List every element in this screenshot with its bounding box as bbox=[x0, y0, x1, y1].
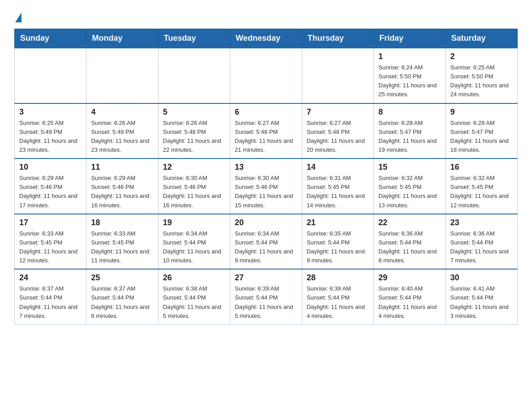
day-info: Sunrise: 6:36 AMSunset: 5:44 PMDaylight:… bbox=[378, 229, 441, 265]
day-info: Sunrise: 6:34 AMSunset: 5:44 PMDaylight:… bbox=[163, 229, 225, 265]
day-number: 11 bbox=[91, 163, 153, 172]
calendar-cell: 12Sunrise: 6:30 AMSunset: 5:46 PMDayligh… bbox=[158, 158, 230, 214]
day-info: Sunrise: 6:24 AMSunset: 5:50 PMDaylight:… bbox=[378, 63, 441, 99]
calendar-table: SundayMondayTuesdayWednesdayThursdayFrid… bbox=[14, 29, 518, 325]
day-number: 10 bbox=[19, 163, 82, 172]
day-info: Sunrise: 6:29 AMSunset: 5:46 PMDaylight:… bbox=[19, 174, 82, 210]
calendar-cell: 28Sunrise: 6:39 AMSunset: 5:44 PMDayligh… bbox=[302, 269, 373, 324]
calendar-cell: 11Sunrise: 6:29 AMSunset: 5:46 PMDayligh… bbox=[86, 158, 158, 214]
calendar-cell: 20Sunrise: 6:34 AMSunset: 5:44 PMDayligh… bbox=[230, 214, 302, 270]
calendar-week-row: 17Sunrise: 6:33 AMSunset: 5:45 PMDayligh… bbox=[15, 214, 518, 270]
day-number: 8 bbox=[378, 107, 441, 117]
day-info: Sunrise: 6:32 AMSunset: 5:45 PMDaylight:… bbox=[378, 174, 441, 210]
calendar-cell bbox=[302, 48, 373, 103]
day-info: Sunrise: 6:32 AMSunset: 5:45 PMDaylight:… bbox=[450, 174, 513, 210]
day-info: Sunrise: 6:27 AMSunset: 5:48 PMDaylight:… bbox=[235, 119, 297, 155]
day-number: 16 bbox=[450, 163, 513, 172]
calendar-cell: 21Sunrise: 6:35 AMSunset: 5:44 PMDayligh… bbox=[302, 214, 373, 270]
calendar-cell: 26Sunrise: 6:38 AMSunset: 5:44 PMDayligh… bbox=[158, 269, 230, 324]
day-number: 9 bbox=[450, 107, 513, 117]
calendar-cell: 10Sunrise: 6:29 AMSunset: 5:46 PMDayligh… bbox=[15, 158, 86, 214]
day-info: Sunrise: 6:30 AMSunset: 5:46 PMDaylight:… bbox=[235, 174, 297, 210]
calendar-cell: 2Sunrise: 6:25 AMSunset: 5:50 PMDaylight… bbox=[446, 48, 517, 103]
day-number: 3 bbox=[19, 107, 82, 117]
calendar-cell: 13Sunrise: 6:30 AMSunset: 5:46 PMDayligh… bbox=[230, 158, 302, 214]
logo-triangle-icon bbox=[15, 13, 21, 22]
day-number: 17 bbox=[19, 218, 82, 227]
weekday-header-tuesday: Tuesday bbox=[158, 29, 230, 48]
day-info: Sunrise: 6:28 AMSunset: 5:47 PMDaylight:… bbox=[378, 119, 441, 155]
day-number: 4 bbox=[91, 107, 153, 117]
day-number: 5 bbox=[163, 107, 225, 117]
calendar-cell: 14Sunrise: 6:31 AMSunset: 5:45 PMDayligh… bbox=[302, 158, 373, 214]
day-info: Sunrise: 6:31 AMSunset: 5:45 PMDaylight:… bbox=[307, 174, 369, 210]
day-number: 20 bbox=[235, 218, 297, 227]
day-info: Sunrise: 6:39 AMSunset: 5:44 PMDaylight:… bbox=[307, 284, 369, 321]
day-number: 25 bbox=[91, 273, 153, 283]
day-number: 28 bbox=[307, 273, 369, 283]
calendar-week-row: 3Sunrise: 6:25 AMSunset: 5:49 PMDaylight… bbox=[15, 103, 518, 159]
logo bbox=[14, 11, 21, 21]
calendar-cell: 16Sunrise: 6:32 AMSunset: 5:45 PMDayligh… bbox=[446, 158, 517, 214]
weekday-header-monday: Monday bbox=[86, 29, 158, 48]
day-info: Sunrise: 6:26 AMSunset: 5:49 PMDaylight:… bbox=[91, 119, 153, 155]
calendar-header-row: SundayMondayTuesdayWednesdayThursdayFrid… bbox=[15, 29, 518, 48]
calendar-cell: 3Sunrise: 6:25 AMSunset: 5:49 PMDaylight… bbox=[15, 103, 86, 159]
day-info: Sunrise: 6:35 AMSunset: 5:44 PMDaylight:… bbox=[307, 229, 369, 265]
calendar-cell: 15Sunrise: 6:32 AMSunset: 5:45 PMDayligh… bbox=[374, 158, 446, 214]
calendar-cell: 4Sunrise: 6:26 AMSunset: 5:49 PMDaylight… bbox=[86, 103, 158, 159]
calendar-cell bbox=[15, 48, 86, 103]
calendar-cell: 30Sunrise: 6:41 AMSunset: 5:44 PMDayligh… bbox=[446, 269, 517, 324]
day-number: 23 bbox=[450, 218, 513, 227]
calendar-cell: 25Sunrise: 6:37 AMSunset: 5:44 PMDayligh… bbox=[86, 269, 158, 324]
day-info: Sunrise: 6:38 AMSunset: 5:44 PMDaylight:… bbox=[163, 284, 225, 321]
day-info: Sunrise: 6:25 AMSunset: 5:49 PMDaylight:… bbox=[19, 119, 82, 155]
calendar-cell: 24Sunrise: 6:37 AMSunset: 5:44 PMDayligh… bbox=[15, 269, 86, 324]
weekday-header-thursday: Thursday bbox=[302, 29, 373, 48]
day-number: 24 bbox=[19, 273, 82, 283]
day-info: Sunrise: 6:25 AMSunset: 5:50 PMDaylight:… bbox=[450, 63, 513, 99]
day-info: Sunrise: 6:37 AMSunset: 5:44 PMDaylight:… bbox=[19, 284, 82, 321]
weekday-header-friday: Friday bbox=[374, 29, 446, 48]
calendar-cell: 1Sunrise: 6:24 AMSunset: 5:50 PMDaylight… bbox=[374, 48, 446, 103]
day-number: 7 bbox=[307, 107, 369, 117]
day-number: 14 bbox=[307, 163, 369, 172]
day-info: Sunrise: 6:27 AMSunset: 5:48 PMDaylight:… bbox=[307, 119, 369, 155]
calendar-week-row: 24Sunrise: 6:37 AMSunset: 5:44 PMDayligh… bbox=[15, 269, 518, 324]
calendar-cell: 9Sunrise: 6:28 AMSunset: 5:47 PMDaylight… bbox=[446, 103, 517, 159]
day-info: Sunrise: 6:30 AMSunset: 5:46 PMDaylight:… bbox=[163, 174, 225, 210]
calendar-cell: 7Sunrise: 6:27 AMSunset: 5:48 PMDaylight… bbox=[302, 103, 373, 159]
day-info: Sunrise: 6:37 AMSunset: 5:44 PMDaylight:… bbox=[91, 284, 153, 321]
day-number: 15 bbox=[378, 163, 441, 172]
day-number: 2 bbox=[450, 52, 513, 61]
calendar-week-row: 1Sunrise: 6:24 AMSunset: 5:50 PMDaylight… bbox=[15, 48, 518, 103]
calendar-cell bbox=[158, 48, 230, 103]
calendar-cell: 19Sunrise: 6:34 AMSunset: 5:44 PMDayligh… bbox=[158, 214, 230, 270]
page-header bbox=[14, 11, 518, 21]
day-info: Sunrise: 6:41 AMSunset: 5:44 PMDaylight:… bbox=[450, 284, 513, 321]
calendar-cell bbox=[86, 48, 158, 103]
calendar-cell: 22Sunrise: 6:36 AMSunset: 5:44 PMDayligh… bbox=[374, 214, 446, 270]
calendar-cell: 8Sunrise: 6:28 AMSunset: 5:47 PMDaylight… bbox=[374, 103, 446, 159]
day-info: Sunrise: 6:26 AMSunset: 5:48 PMDaylight:… bbox=[163, 119, 225, 155]
day-number: 18 bbox=[91, 218, 153, 227]
calendar-cell: 5Sunrise: 6:26 AMSunset: 5:48 PMDaylight… bbox=[158, 103, 230, 159]
calendar-cell: 17Sunrise: 6:33 AMSunset: 5:45 PMDayligh… bbox=[15, 214, 86, 270]
calendar-cell: 29Sunrise: 6:40 AMSunset: 5:44 PMDayligh… bbox=[374, 269, 446, 324]
calendar-cell bbox=[230, 48, 302, 103]
weekday-header-sunday: Sunday bbox=[15, 29, 86, 48]
day-number: 19 bbox=[163, 218, 225, 227]
day-info: Sunrise: 6:34 AMSunset: 5:44 PMDaylight:… bbox=[235, 229, 297, 265]
day-number: 12 bbox=[163, 163, 225, 172]
day-number: 22 bbox=[378, 218, 441, 227]
calendar-cell: 6Sunrise: 6:27 AMSunset: 5:48 PMDaylight… bbox=[230, 103, 302, 159]
day-info: Sunrise: 6:39 AMSunset: 5:44 PMDaylight:… bbox=[235, 284, 297, 321]
day-number: 21 bbox=[307, 218, 369, 227]
calendar-week-row: 10Sunrise: 6:29 AMSunset: 5:46 PMDayligh… bbox=[15, 158, 518, 214]
calendar-cell: 27Sunrise: 6:39 AMSunset: 5:44 PMDayligh… bbox=[230, 269, 302, 324]
weekday-header-wednesday: Wednesday bbox=[230, 29, 302, 48]
day-number: 26 bbox=[163, 273, 225, 283]
day-number: 13 bbox=[235, 163, 297, 172]
day-number: 30 bbox=[450, 273, 513, 283]
day-info: Sunrise: 6:36 AMSunset: 5:44 PMDaylight:… bbox=[450, 229, 513, 265]
